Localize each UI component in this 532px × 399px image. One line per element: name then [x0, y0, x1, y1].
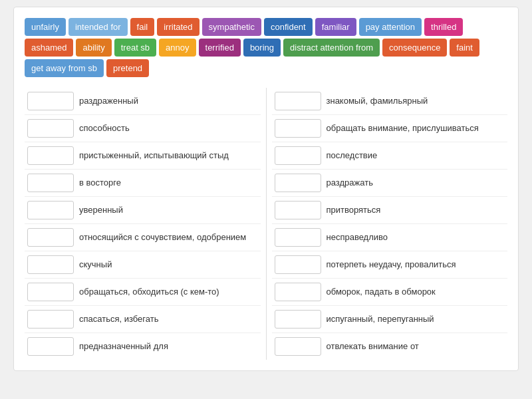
left-column: раздраженныйспособностьпристыженный, исп… — [25, 88, 261, 360]
right-match-row-6: потерпеть неудачу, провалиться — [272, 251, 508, 279]
right-answer-box-7[interactable] — [275, 283, 321, 301]
word-tag-0[interactable]: unfairly — [25, 18, 66, 36]
left-answer-box-6[interactable] — [27, 255, 74, 274]
right-answer-box-3[interactable] — [275, 174, 321, 192]
right-match-text-8: испуганный, перепуганный — [327, 314, 434, 325]
word-tag-14[interactable]: boring — [243, 39, 281, 57]
right-match-row-4: притворяться — [272, 197, 508, 224]
left-answer-box-2[interactable] — [27, 146, 74, 165]
left-match-text-8: спасаться, избегать — [79, 314, 158, 325]
left-match-row-1: способность — [25, 115, 261, 142]
right-answer-box-8[interactable] — [275, 310, 321, 329]
left-match-row-9: предназначенный для — [25, 333, 261, 360]
word-tag-3[interactable]: irritated — [157, 18, 199, 36]
word-tag-17[interactable]: faint — [450, 39, 479, 57]
right-answer-box-5[interactable] — [275, 228, 321, 247]
left-match-row-7: обращаться, обходиться (с кем-то) — [25, 279, 261, 306]
left-match-row-8: спасаться, избегать — [25, 306, 261, 333]
right-match-text-1: обращать внимание, прислушиваться — [327, 123, 479, 134]
right-match-row-7: обморок, падать в обморок — [272, 279, 508, 306]
main-container: unfairlyintended forfailirritatedsympath… — [13, 7, 519, 371]
right-match-text-9: отвлекать внимание от — [327, 341, 419, 352]
left-answer-box-5[interactable] — [27, 228, 74, 247]
word-tag-4[interactable]: sympathetic — [202, 18, 261, 36]
word-tag-5[interactable]: confident — [264, 18, 313, 36]
left-match-text-4: уверенный — [79, 205, 123, 216]
right-match-row-0: знакомый, фамильярный — [272, 88, 508, 115]
left-match-row-4: уверенный — [25, 197, 261, 224]
right-answer-box-1[interactable] — [275, 119, 321, 138]
word-tag-19[interactable]: pretend — [106, 59, 149, 77]
word-tag-18[interactable]: get away from sb — [25, 59, 104, 77]
left-match-row-6: скучный — [25, 251, 261, 279]
right-match-row-8: испуганный, перепуганный — [272, 306, 508, 333]
left-answer-box-3[interactable] — [27, 174, 74, 192]
right-match-row-5: несправедливо — [272, 224, 508, 251]
right-answer-box-0[interactable] — [275, 92, 321, 110]
right-match-text-4: притворяться — [327, 205, 381, 216]
word-tag-10[interactable]: ability — [76, 39, 111, 57]
right-match-text-5: несправедливо — [327, 232, 388, 243]
left-answer-box-0[interactable] — [27, 92, 74, 110]
word-tag-16[interactable]: consequence — [382, 39, 447, 57]
left-match-text-0: раздраженный — [79, 96, 138, 107]
right-match-row-2: последствие — [272, 142, 508, 170]
left-answer-box-1[interactable] — [27, 119, 74, 138]
word-bank: unfairlyintended forfailirritatedsympath… — [25, 18, 507, 77]
left-match-text-2: пристыженный, испытывающий стыд — [79, 150, 229, 162]
left-match-row-0: раздраженный — [25, 88, 261, 115]
word-tag-13[interactable]: terrified — [199, 39, 241, 57]
left-match-text-5: относящийся с сочувствием, одобрением — [79, 232, 246, 243]
left-answer-box-9[interactable] — [27, 337, 74, 356]
left-match-text-9: предназначенный для — [79, 341, 168, 352]
column-divider — [266, 88, 267, 360]
left-match-text-6: скучный — [79, 259, 112, 271]
matching-area: раздраженныйспособностьпристыженный, исп… — [25, 88, 507, 360]
left-match-row-3: в восторге — [25, 170, 261, 197]
word-tag-6[interactable]: familiar — [315, 18, 356, 36]
left-match-row-5: относящийся с сочувствием, одобрением — [25, 224, 261, 251]
word-tag-9[interactable]: ashamed — [25, 39, 73, 57]
right-answer-box-9[interactable] — [275, 337, 321, 356]
right-answer-box-2[interactable] — [275, 146, 321, 165]
right-match-row-9: отвлекать внимание от — [272, 333, 508, 360]
left-answer-box-7[interactable] — [27, 283, 74, 301]
word-tag-1[interactable]: intended for — [68, 18, 128, 36]
left-match-text-1: способность — [79, 123, 130, 134]
word-tag-15[interactable]: distract attention from — [283, 39, 380, 57]
left-match-row-2: пристыженный, испытывающий стыд — [25, 142, 261, 170]
word-tag-8[interactable]: thrilled — [424, 18, 463, 36]
left-answer-box-8[interactable] — [27, 310, 74, 329]
right-match-text-7: обморок, падать в обморок — [327, 287, 436, 298]
right-answer-box-6[interactable] — [275, 255, 321, 274]
right-match-text-2: последствие — [327, 150, 378, 162]
right-match-text-3: раздражать — [327, 178, 373, 189]
right-answer-box-4[interactable] — [275, 201, 321, 219]
word-tag-12[interactable]: annoy — [159, 39, 196, 57]
right-match-text-0: знакомый, фамильярный — [327, 96, 428, 107]
word-tag-2[interactable]: fail — [130, 18, 155, 36]
right-match-row-3: раздражать — [272, 170, 508, 197]
word-tag-11[interactable]: treat sb — [114, 39, 156, 57]
left-match-text-7: обращаться, обходиться (с кем-то) — [79, 287, 219, 298]
right-match-row-1: обращать внимание, прислушиваться — [272, 115, 508, 142]
left-answer-box-4[interactable] — [27, 201, 74, 219]
word-tag-7[interactable]: pay attention — [359, 18, 422, 36]
right-column: знакомый, фамильярныйобращать внимание, … — [272, 88, 508, 360]
left-match-text-3: в восторге — [79, 178, 121, 189]
right-match-text-6: потерпеть неудачу, провалиться — [327, 259, 456, 271]
